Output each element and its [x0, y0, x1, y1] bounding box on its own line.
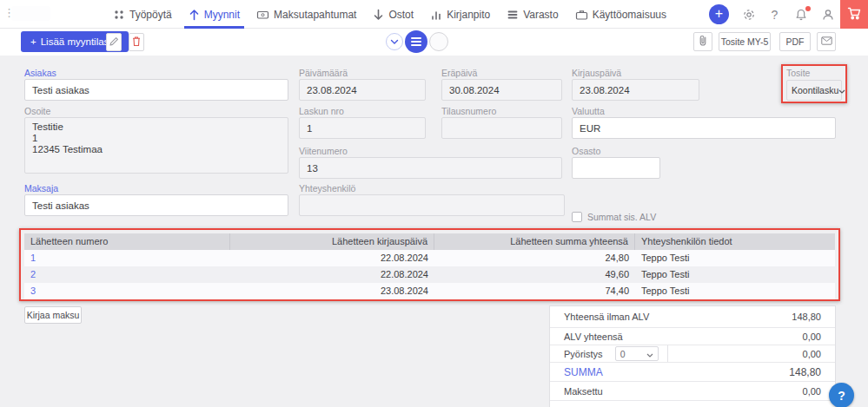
grand-total-row: SUMMA 148,80 [550, 363, 835, 382]
grand-total-label: SUMMA [564, 366, 603, 378]
status-circle[interactable] [429, 32, 448, 51]
nav-tab-label: Työpöytä [129, 9, 172, 21]
help-icon[interactable]: ? [767, 7, 782, 22]
shipment-number-link[interactable]: 2 [24, 266, 230, 283]
erapaiva-label: Eräpäivä [441, 68, 562, 79]
nav-tab-label: Varasto [523, 9, 558, 21]
nav-tab-ostot[interactable]: Ostot [371, 0, 415, 29]
user-profile-icon[interactable] [820, 7, 835, 22]
shipment-sum-cell: 74,40 [434, 283, 635, 299]
rounding-select-value: 0 [620, 349, 626, 359]
shopping-cart-button[interactable] [840, 0, 868, 29]
nav-tab-label: Myynnit [204, 9, 240, 21]
rounding-select[interactable]: 0 [615, 346, 659, 361]
table-row[interactable]: 1 22.08.2024 24,80 Teppo Testi [24, 250, 835, 266]
arrow-up-icon [189, 9, 200, 21]
arrow-down-icon [373, 9, 384, 21]
laskun-nro-label: Laskun nro [299, 106, 426, 117]
total-excl-vat-row: Yhteensä ilman ALV 148,80 [550, 306, 835, 328]
asiakas-input[interactable]: Testi asiakas [24, 79, 288, 101]
edit-button[interactable] [106, 33, 122, 51]
divider [667, 345, 668, 362]
field-maksaja: Maksaja Testi asiakas [24, 183, 288, 216]
erapaiva-input[interactable]: 30.08.2024 [441, 79, 562, 101]
viitenumero-input[interactable]: 13 [299, 157, 562, 179]
nav-tab-tyopoyta[interactable]: Työpöytä [111, 0, 174, 29]
delete-button[interactable] [129, 33, 144, 51]
asiakas-label[interactable]: Asiakas [24, 68, 288, 79]
vat-total-label: ALV yhteensä [564, 332, 623, 342]
yhteyshenkilo-input[interactable] [299, 194, 565, 216]
grand-total-value: 148,80 [789, 366, 821, 378]
top-bar: ⋮ Työpöytä Myynnit Maksutapahtumat Ostot… [0, 0, 868, 29]
bar-chart-icon [430, 9, 442, 21]
shipment-number-link[interactable]: 1 [24, 250, 230, 266]
rounding-row: Pyöristys 0 0,00 [550, 345, 835, 363]
help-fab-button[interactable]: ? [829, 383, 854, 407]
attachment-button[interactable] [693, 32, 712, 51]
maksaja-input[interactable]: Testi asiakas [24, 194, 288, 216]
voucher-button[interactable]: Tosite MY-5 [719, 32, 771, 51]
invoice-toolbar: + Lisää myyntilasku Tosite MY-5 PDF [0, 29, 868, 56]
nav-tab-kirjanpito[interactable]: Kirjanpito [428, 0, 492, 29]
vat-included-label: Summat sis. ALV [587, 212, 656, 222]
menu-toggle-button[interactable] [405, 30, 427, 53]
osoite-label: Osoite [24, 106, 288, 117]
nav-tab-label: Ostot [388, 9, 414, 21]
nav-tab-label: Maksutapahtumat [274, 9, 356, 21]
shipment-contact-cell: Teppo Testi [635, 266, 835, 283]
shipment-date-cell: 22.08.2024 [230, 266, 434, 283]
pencil-icon [109, 35, 119, 50]
plus-icon: + [30, 36, 36, 47]
field-kirjauspaiva: Kirjauspäivä 23.08.2024 [572, 68, 699, 101]
paid-value: 0,00 [803, 386, 821, 397]
kirjauspaiva-input[interactable]: 23.08.2024 [572, 79, 699, 101]
tosite-select[interactable]: Koontilasku [786, 80, 842, 101]
vat-total-row: ALV yhteensä 0,00 [550, 328, 835, 345]
laskun-nro-input[interactable]: 1 [299, 117, 426, 139]
col-header-lahetteen-kirjauspaiva: Lähetteen kirjauspäivä [230, 233, 434, 250]
rounding-value: 0,00 [803, 349, 821, 359]
pdf-button[interactable]: PDF [779, 32, 811, 51]
paivamaara-label: Päivämäärä [299, 68, 426, 79]
cart-icon [846, 5, 862, 24]
nav-tab-label: Kirjanpito [447, 9, 490, 21]
osasto-input[interactable] [572, 157, 660, 179]
expand-chevron-button[interactable] [386, 33, 403, 50]
shipment-number-link[interactable]: 3 [24, 283, 230, 299]
grid-icon [113, 9, 125, 21]
maksaja-label[interactable]: Maksaja [24, 183, 288, 194]
tilausnumero-input[interactable] [441, 117, 562, 139]
nav-tab-myynnit[interactable]: Myynnit [187, 0, 242, 29]
field-tilausnumero: Tilausnumero [441, 106, 562, 139]
settings-gear-icon[interactable] [741, 7, 756, 22]
send-email-button[interactable] [817, 32, 836, 51]
kirjauspaiva-label: Kirjauspäivä [572, 68, 699, 79]
table-row[interactable]: 3 23.08.2024 74,40 Teppo Testi [24, 283, 835, 299]
paid-label: Maksettu [564, 386, 603, 397]
osasto-label: Osasto [572, 146, 660, 157]
paivamaara-input[interactable]: 23.08.2024 [299, 79, 426, 101]
vat-included-row: Summat sis. ALV [572, 212, 656, 222]
field-valuutta: Valuutta EUR [572, 106, 836, 139]
create-new-button[interactable]: + [709, 4, 729, 24]
tilausnumero-label: Tilausnumero [441, 106, 562, 117]
nav-tab-maksutapahtumat[interactable]: Maksutapahtumat [255, 0, 358, 29]
record-payment-button[interactable]: Kirjaa maksu [24, 306, 82, 324]
valuutta-input[interactable]: EUR [572, 117, 836, 139]
shipment-contact-cell: Teppo Testi [635, 250, 835, 266]
nav-tab-kayttoomaisuus[interactable]: Käyttöomaisuus [573, 0, 668, 29]
osoite-textarea[interactable]: Testitie 1 12345 Testimaa [24, 117, 288, 174]
deliveries-table: Lähetteen numero Lähetteen kirjauspäivä … [24, 233, 835, 299]
shipment-date-cell: 22.08.2024 [230, 250, 434, 266]
notification-badge [805, 6, 811, 11]
vat-included-checkbox[interactable] [572, 212, 582, 222]
field-erapaiva: Eräpäivä 30.08.2024 [441, 68, 562, 101]
field-yhteyshenkilo: Yhteyshenkilö [299, 183, 565, 216]
table-row[interactable]: 2 22.08.2024 49,60 Teppo Testi [24, 266, 835, 283]
field-viitenumero: Viitenumero 13 [299, 146, 562, 179]
company-name-redacted [11, 6, 50, 21]
envelope-icon [821, 36, 832, 47]
table-header-row: Lähetteen numero Lähetteen kirjauspäivä … [24, 233, 835, 250]
nav-tab-varasto[interactable]: Varasto [505, 0, 560, 29]
